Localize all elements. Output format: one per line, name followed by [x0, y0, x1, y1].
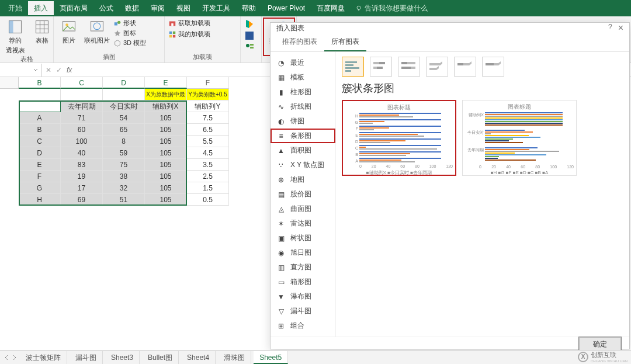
- chart-category-item[interactable]: ∿折线图: [271, 99, 335, 114]
- data-cell[interactable]: E: [19, 159, 61, 171]
- online-pictures-button[interactable]: 联机图片: [84, 19, 110, 45]
- dialog-tab-recommended[interactable]: 推荐的图表: [275, 33, 324, 51]
- bing-maps-icon[interactable]: [244, 19, 255, 29]
- data-cell[interactable]: 51: [103, 194, 145, 206]
- sheet-tab-2[interactable]: Sheet3: [105, 351, 140, 364]
- subtype-3d-100stacked[interactable]: [482, 57, 504, 77]
- subtype-stacked-bar[interactable]: [370, 57, 392, 77]
- chart-preview-1[interactable]: 图表标题 HGFEDCBA 020406080100120 ■辅助列X ■今日实…: [342, 100, 456, 176]
- header-cell-f[interactable]: 辅助列Y: [187, 100, 229, 112]
- data-cell[interactable]: 60: [61, 124, 103, 136]
- chart-category-item[interactable]: ▥直方图: [271, 260, 335, 275]
- data-cell[interactable]: 105: [145, 124, 187, 136]
- chart-category-item[interactable]: ▼瀑布图: [271, 289, 335, 304]
- data-cell[interactable]: 0.5: [187, 194, 229, 206]
- chart-category-item[interactable]: ▤股价图: [271, 187, 335, 202]
- data-cell[interactable]: 7.5: [187, 112, 229, 124]
- chart-category-item[interactable]: ◬曲面图: [271, 202, 335, 216]
- chart-category-item[interactable]: ▦模板: [271, 70, 335, 85]
- data-cell[interactable]: 17: [61, 182, 103, 194]
- ok-button[interactable]: 确定: [579, 337, 621, 351]
- data-cell[interactable]: 1.5: [187, 182, 229, 194]
- note-cell-e[interactable]: X为原数据中最大值+5: [145, 89, 187, 100]
- col-header-E[interactable]: E: [145, 77, 187, 89]
- sheet-tab-0[interactable]: 波士顿矩阵: [20, 351, 67, 364]
- prev-sheet-icon[interactable]: [4, 355, 9, 360]
- col-header-C[interactable]: C: [61, 77, 103, 89]
- name-box[interactable]: [0, 64, 42, 77]
- chart-category-item[interactable]: ✶雷达图: [271, 216, 335, 231]
- col-header-B[interactable]: B: [19, 77, 61, 89]
- icons-button[interactable]: 图标: [113, 29, 146, 37]
- chart-category-item[interactable]: ◐饼图: [271, 114, 335, 129]
- sheet-tab-3[interactable]: Bullet图: [142, 351, 179, 364]
- tab-baidu[interactable]: 百度网盘: [311, 1, 351, 15]
- data-cell[interactable]: G: [19, 182, 61, 194]
- note-cell-f[interactable]: Y为类别数+0.5: [187, 89, 229, 100]
- tab-view[interactable]: 视图: [171, 1, 196, 15]
- tab-help[interactable]: 帮助: [236, 1, 262, 15]
- data-cell[interactable]: D: [19, 147, 61, 159]
- data-cell[interactable]: 32: [103, 182, 145, 194]
- chart-category-item[interactable]: ≡条形图: [271, 129, 335, 143]
- data-cell[interactable]: 105: [145, 147, 187, 159]
- get-addins-button[interactable]: 获取加载项: [168, 19, 210, 27]
- select-all-triangle[interactable]: [0, 77, 19, 89]
- chart-category-item[interactable]: ▽漏斗图: [271, 304, 335, 318]
- data-cell[interactable]: F: [19, 171, 61, 182]
- data-cell[interactable]: 75: [103, 159, 145, 171]
- data-cell[interactable]: 54: [103, 112, 145, 124]
- tab-developer[interactable]: 开发工具: [196, 1, 236, 15]
- sheet-tab-1[interactable]: 漏斗图: [70, 351, 103, 364]
- dialog-close-button[interactable]: ×: [618, 23, 623, 33]
- subtype-3d-clustered[interactable]: [426, 57, 448, 77]
- header-cell-e[interactable]: 辅助列X: [145, 100, 187, 112]
- my-addins-button[interactable]: 我的加载项: [168, 30, 210, 39]
- data-cell[interactable]: 105: [145, 182, 187, 194]
- header-cell-d[interactable]: 今日实时: [103, 100, 145, 112]
- subtype-100stacked-bar[interactable]: [398, 57, 420, 77]
- data-cell[interactable]: 38: [103, 171, 145, 182]
- data-cell[interactable]: 5.5: [187, 136, 229, 147]
- chart-category-item[interactable]: ▭箱形图: [271, 275, 335, 289]
- tab-insert[interactable]: 插入: [28, 1, 54, 15]
- data-cell[interactable]: A: [19, 112, 61, 124]
- chart-category-item[interactable]: ▮柱形图: [271, 85, 335, 99]
- data-cell[interactable]: B: [19, 124, 61, 136]
- data-cell[interactable]: 8: [103, 136, 145, 147]
- tab-pivot[interactable]: Power Pivot: [262, 1, 311, 15]
- data-cell[interactable]: 105: [145, 112, 187, 124]
- people-graph-icon[interactable]: [244, 42, 255, 53]
- next-sheet-icon[interactable]: [12, 355, 18, 360]
- data-cell[interactable]: H: [19, 194, 61, 206]
- data-cell[interactable]: C: [19, 136, 61, 147]
- data-cell[interactable]: 2.5: [187, 171, 229, 182]
- tab-formulas[interactable]: 公式: [93, 1, 119, 15]
- chart-category-item[interactable]: ▲面积图: [271, 143, 335, 158]
- tab-home[interactable]: 开始: [2, 1, 28, 15]
- data-cell[interactable]: 59: [103, 147, 145, 159]
- data-cell[interactable]: 105: [145, 171, 187, 182]
- data-cell[interactable]: 69: [61, 194, 103, 206]
- fx-icon[interactable]: fx: [67, 66, 72, 74]
- sheet-tab-5[interactable]: 滑珠图: [218, 351, 251, 364]
- dialog-help-button[interactable]: ?: [608, 23, 612, 33]
- data-cell[interactable]: 105: [145, 194, 187, 206]
- data-cell[interactable]: 83: [61, 159, 103, 171]
- chart-category-item[interactable]: ▣树状图: [271, 231, 335, 245]
- data-cell[interactable]: 100: [61, 136, 103, 147]
- pivot-recommend-button[interactable]: 荐的 透视表: [4, 19, 27, 55]
- subtype-clustered-bar[interactable]: [342, 57, 364, 77]
- visio-icon[interactable]: [244, 30, 255, 41]
- data-cell[interactable]: 3.5: [187, 159, 229, 171]
- chart-category-item[interactable]: ⊞组合: [271, 318, 335, 333]
- header-cell-b[interactable]: [19, 100, 61, 112]
- chart-category-item[interactable]: ∵X Y 散点图: [271, 158, 335, 172]
- data-cell[interactable]: 4.5: [187, 147, 229, 159]
- tab-page-layout[interactable]: 页面布局: [54, 1, 93, 15]
- sheet-tab-6[interactable]: Sheet5: [254, 351, 288, 364]
- data-cell[interactable]: 105: [145, 136, 187, 147]
- dialog-tab-all[interactable]: 所有图表: [324, 33, 366, 51]
- tab-data[interactable]: 数据: [119, 1, 145, 15]
- col-header-F[interactable]: F: [187, 77, 229, 89]
